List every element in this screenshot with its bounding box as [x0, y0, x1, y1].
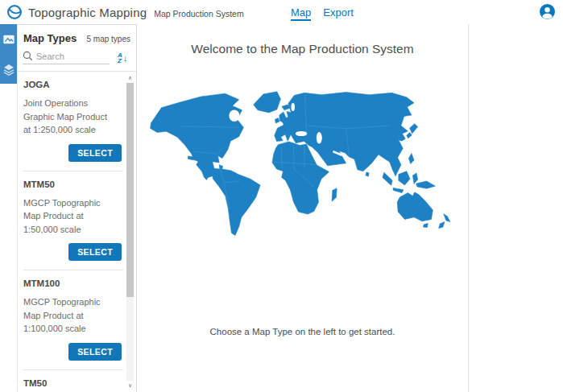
search-input[interactable]: [36, 52, 104, 61]
tool-rail: [0, 24, 18, 392]
list-item-tm50: TM50 Topographic Map Product at 1:50,000…: [23, 378, 123, 392]
divider: [23, 270, 123, 270]
map-type-name: MTM50: [23, 179, 123, 189]
search-box: [23, 51, 110, 64]
map-type-name: MTM100: [23, 279, 123, 288]
scrollbar-track[interactable]: [126, 83, 134, 381]
scroll-up-icon[interactable]: ∧: [128, 73, 132, 83]
right-spacer: [469, 24, 563, 392]
select-button-joga[interactable]: SELECT: [68, 144, 122, 162]
list-item-mtm100: MTM100 MGCP Topographic Map Product at 1…: [23, 279, 123, 370]
map-type-description: Joint Operations Graphic Map Product at …: [23, 97, 114, 137]
map-type-name: JOGA: [23, 80, 123, 89]
scrollbar-thumb[interactable]: [126, 83, 134, 297]
map-type-tool-icon[interactable]: [0, 24, 18, 54]
world-map: [148, 89, 457, 240]
app-title: Topographic Mapping: [28, 6, 147, 19]
map-types-panel: Map Types 5 map types A Z ↓: [18, 24, 137, 392]
select-button-mtm50[interactable]: SELECT: [68, 243, 122, 261]
divider: [23, 369, 123, 370]
map-type-name: TM50: [23, 378, 123, 388]
list-item-joga: JOGA Joint Operations Graphic Map Produc…: [23, 80, 123, 171]
divider: [23, 171, 123, 171]
map-type-list: JOGA Joint Operations Graphic Map Produc…: [18, 72, 136, 392]
map-type-description: MGCP Topographic Map Product at 1:100,00…: [23, 295, 114, 336]
search-icon: [23, 51, 33, 61]
map-type-count: 5 map types: [87, 35, 130, 43]
helper-text: Choose a Map Type on the left to get sta…: [137, 327, 468, 336]
sort-letter-z: Z: [118, 58, 122, 64]
app-subtitle: Map Production System: [154, 6, 243, 19]
panel-title: Map Types: [23, 32, 77, 44]
select-button-mtm100[interactable]: SELECT: [68, 343, 122, 361]
layers-icon[interactable]: [0, 54, 18, 84]
globe-icon: [6, 4, 23, 20]
tab-map[interactable]: Map: [291, 2, 311, 23]
main-panel: Welcome to the Map Production System: [137, 24, 469, 392]
sort-arrow: ↓: [123, 53, 128, 63]
list-scrollbar: ∧ ∨: [126, 73, 135, 390]
welcome-title: Welcome to the Map Production System: [137, 42, 468, 56]
sort-az-icon[interactable]: A Z ↓: [118, 52, 127, 64]
header-tabs: Map Export: [291, 0, 354, 24]
list-item-mtm50: MTM50 MGCP Topographic Map Product at 1:…: [23, 179, 123, 271]
app-header: Topographic Mapping Map Production Syste…: [0, 0, 563, 24]
tab-export[interactable]: Export: [323, 2, 354, 23]
map-type-description: MGCP Topographic Map Product at 1:50,000…: [23, 196, 114, 237]
scroll-down-icon[interactable]: ∨: [128, 381, 132, 390]
user-icon[interactable]: [540, 4, 555, 19]
